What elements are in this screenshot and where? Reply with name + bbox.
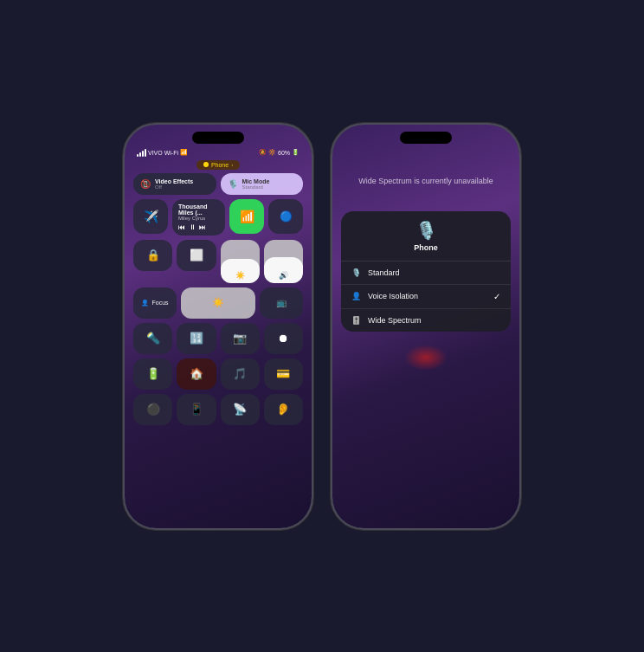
dynamic-island-right [400, 132, 452, 144]
battery-icons: 🔕 🔆 [259, 149, 276, 156]
carrier-label: VIVO Wi-Fi [148, 150, 178, 156]
right-phone-frame: Wide Spectrum is currently unavailable 🎙… [331, 123, 521, 530]
mirror-icon: ⬜ [190, 249, 203, 261]
wifi-button[interactable]: 📶 [229, 199, 264, 234]
home-icon: 🏠 [190, 367, 203, 380]
display-brightness-button[interactable]: ☀️ [181, 287, 255, 319]
fast-forward-icon[interactable]: ⏭ [199, 223, 206, 231]
brightness-icon: ☀️ [235, 271, 245, 280]
mic-mode-button[interactable]: 🎙️ Mic Mode Standard [221, 173, 304, 195]
record-icon: ⏺ [278, 332, 289, 345]
mic-mode-menu: 🎙️ Phone 🎙️ Standard 👤 Voice Isolation ✓… [341, 211, 511, 332]
lock-mirror-row: 🔒 ⬜ ☀️ 🔊 [125, 240, 312, 283]
screen-mirror-button[interactable]: ⬜ [177, 240, 216, 271]
hearing-button[interactable]: 👂 [264, 394, 303, 425]
record-button[interactable]: ⏺ [264, 323, 303, 354]
icon-row-3: ⚫ 📱 📡 👂 [125, 394, 312, 425]
flashlight-button[interactable]: 🔦 [133, 323, 172, 354]
airplane-icon: ✈️ [144, 210, 158, 223]
volume-slider[interactable]: 🔊 [264, 240, 303, 283]
remote-button[interactable]: 📡 [221, 394, 260, 425]
appletv-button[interactable]: 📺 [260, 287, 303, 319]
mic-large-icon: 🎙️ [415, 220, 437, 241]
left-screen: VIVO Wi-Fi 📶 🔕 🔆 60% 🔋 Phone › 📵 Video E… [125, 125, 312, 528]
lock-icon: 🔒 [146, 249, 160, 261]
focus-button[interactable]: 👤 Focus [133, 287, 177, 319]
phone-label: Phone [211, 162, 229, 168]
mic-icon: 🎙️ [228, 179, 238, 189]
battery-status: 🔕 🔆 60% 🔋 [259, 149, 299, 156]
wallet-icon: 💳 [276, 367, 290, 380]
calculator-button[interactable]: 🔢 [177, 323, 216, 354]
video-effects-sub: Off [155, 184, 193, 190]
qr-button[interactable]: 📱 [177, 394, 216, 425]
video-effects-button[interactable]: 📵 Video Effects Off [133, 173, 216, 195]
sun-icon: ☀️ [212, 297, 224, 308]
carrier-signal: VIVO Wi-Fi 📶 [137, 149, 188, 157]
focus-label: Focus [151, 300, 168, 306]
wallet-button[interactable]: 💳 [264, 358, 303, 390]
accessibility-button[interactable]: ⚫ [133, 394, 172, 425]
shazam-icon: 🎵 [233, 367, 247, 380]
wide-spectrum-option[interactable]: 🎚️ Wide Spectrum [341, 309, 511, 332]
accessibility-icon: ⚫ [146, 403, 160, 416]
person-icon: 👤 [141, 300, 149, 307]
active-call-indicator [404, 345, 448, 371]
wifi-icon: 📶 [180, 149, 188, 156]
battery-percent: 60% [278, 150, 290, 156]
wifi-toggle-icon: 📶 [240, 210, 254, 223]
flashlight-icon: 🔦 [146, 332, 160, 345]
video-off-icon: 📵 [140, 179, 151, 189]
voice-isolation-icon: 👤 [351, 292, 361, 300]
shazam-button[interactable]: 🎵 [221, 358, 260, 390]
standard-mic-icon: 🎙️ [351, 268, 361, 277]
rewind-icon[interactable]: ⏮ [178, 223, 185, 231]
standard-option[interactable]: 🎙️ Standard [341, 261, 511, 285]
video-effects-label: Video Effects [155, 178, 193, 184]
icon-row-1: 🔦 🔢 📷 ⏺ [125, 323, 312, 354]
left-phone-frame: VIVO Wi-Fi 📶 🔕 🔆 60% 🔋 Phone › 📵 Video E… [123, 123, 313, 530]
camera-icon: 📷 [233, 332, 247, 345]
mic-menu-header: 🎙️ Phone [341, 211, 511, 261]
now-playing-widget[interactable]: Thousand Miles (... Miley Cyrus ⏮ ⏸ ⏭ [172, 199, 225, 236]
screen-lock-button[interactable]: 🔒 [133, 240, 172, 271]
right-screen: Wide Spectrum is currently unavailable 🎙… [332, 125, 519, 528]
camera-button[interactable]: 📷 [221, 323, 260, 354]
mic-mode-sub: Standard [242, 184, 270, 190]
volume-icon: 🔊 [279, 271, 288, 280]
voice-isolation-option[interactable]: 👤 Voice Isolation ✓ [341, 285, 511, 309]
phone-dot [203, 162, 209, 167]
dynamic-island-left [192, 132, 244, 144]
top-control-row: 📵 Video Effects Off 🎙️ Mic Mode Standard [125, 173, 312, 195]
qr-icon: 📱 [190, 403, 203, 416]
icon-row-2: 🔋 🏠 🎵 💳 [125, 358, 312, 390]
battery2-icon: 🔋 [146, 367, 160, 380]
pause-icon[interactable]: ⏸ [189, 223, 196, 231]
phone-indicator[interactable]: Phone › [196, 160, 240, 170]
focus-row: 👤 Focus ☀️ 📺 [125, 287, 312, 319]
bluetooth-button[interactable]: 🔵 [268, 199, 303, 234]
playback-controls: ⏮ ⏸ ⏭ [178, 223, 219, 231]
battery-icon: 🔋 [292, 149, 299, 156]
checkmark-icon: ✓ [493, 292, 500, 301]
connectivity-row: ✈️ Thousand Miles (... Miley Cyrus ⏮ ⏸ ⏭… [125, 199, 312, 236]
track-artist: Miley Cyrus [178, 216, 219, 221]
chevron-right-icon: › [231, 162, 233, 167]
wide-spectrum-label: Wide Spectrum [368, 316, 422, 325]
standard-label: Standard [368, 268, 400, 277]
airplane-mode-button[interactable]: ✈️ [133, 199, 168, 234]
wide-spectrum-icon: 🎚️ [351, 316, 361, 325]
brightness-slider[interactable]: ☀️ [221, 240, 260, 283]
mic-menu-title: Phone [414, 243, 438, 252]
calculator-icon: 🔢 [190, 332, 203, 345]
appletv-icon: 📺 [276, 298, 287, 307]
bluetooth-icon: 🔵 [280, 210, 293, 223]
remote-icon: 📡 [233, 403, 247, 416]
battery-button[interactable]: 🔋 [133, 358, 172, 390]
home-button[interactable]: 🏠 [177, 358, 216, 390]
ear-icon: 👂 [276, 403, 290, 416]
track-title: Thousand Miles (... [178, 203, 219, 216]
voice-isolation-label: Voice Isolation [368, 292, 418, 300]
mic-mode-label: Mic Mode [242, 178, 270, 184]
